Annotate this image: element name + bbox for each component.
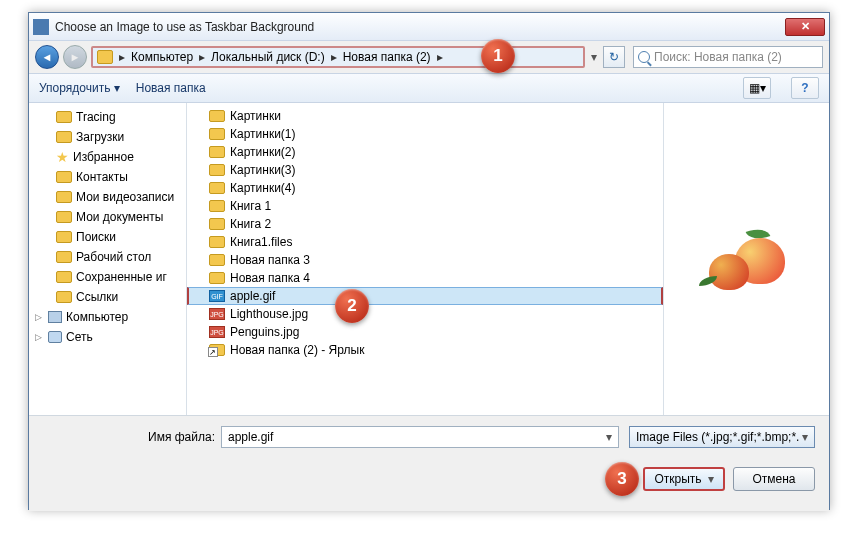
breadcrumb-segment[interactable]: Компьютер: [127, 50, 197, 64]
folder-icon: [56, 291, 72, 303]
dialog-footer: Имя файла: apple.gif▾ Image Files (*.jpg…: [29, 415, 829, 511]
file-name: Картинки(2): [230, 145, 296, 159]
file-name: Картинки(4): [230, 181, 296, 195]
folder-icon: [209, 164, 225, 176]
open-button[interactable]: Открыть ▾: [643, 467, 725, 491]
cancel-button[interactable]: Отмена: [733, 467, 815, 491]
tree-item-label: Избранное: [73, 150, 134, 164]
folder-icon: [56, 191, 72, 203]
breadcrumb-separator: ▸: [117, 50, 127, 64]
nav-row: ◄ ► ▸ Компьютер ▸ Локальный диск (D:) ▸ …: [29, 41, 829, 73]
file-name: Новая папка 3: [230, 253, 310, 267]
file-item[interactable]: Картинки(2): [187, 143, 663, 161]
file-item[interactable]: Книга 2: [187, 215, 663, 233]
file-name: Penguins.jpg: [230, 325, 299, 339]
jpg-file-icon: JPG: [209, 326, 225, 338]
folder-icon: [56, 111, 72, 123]
content-area: TracingЗагрузки★ИзбранноеКонтактыМои вид…: [29, 103, 829, 415]
tree-item-label: Мои документы: [76, 210, 163, 224]
search-icon: [638, 51, 650, 63]
expand-icon[interactable]: ▷: [35, 332, 44, 342]
filetype-filter[interactable]: Image Files (*.jpg;*.gif;*.bmp;*.▾: [629, 426, 815, 448]
tree-item-label: Поиски: [76, 230, 116, 244]
folder-icon: [56, 131, 72, 143]
tree-item[interactable]: Рабочий стол: [29, 247, 186, 267]
filename-input[interactable]: apple.gif▾: [221, 426, 619, 448]
folder-icon: [56, 171, 72, 183]
search-placeholder: Поиск: Новая папка (2): [654, 50, 782, 64]
file-name: apple.gif: [230, 289, 275, 303]
file-item[interactable]: Новая папка (2) - Ярлык: [187, 341, 663, 359]
file-item[interactable]: Книга1.files: [187, 233, 663, 251]
view-mode-button[interactable]: ▦▾: [743, 77, 771, 99]
file-item[interactable]: JPGLighthouse.jpg: [187, 305, 663, 323]
gif-file-icon: GIF: [209, 290, 225, 302]
nav-back-button[interactable]: ◄: [35, 45, 59, 69]
file-item[interactable]: Картинки: [187, 107, 663, 125]
folder-icon: [209, 128, 225, 140]
close-button[interactable]: ✕: [785, 18, 825, 36]
app-icon: [33, 19, 49, 35]
tree-item-label: Мои видеозаписи: [76, 190, 174, 204]
folder-icon: [209, 200, 225, 212]
new-folder-button[interactable]: Новая папка: [136, 81, 206, 95]
file-name: Картинки: [230, 109, 281, 123]
file-item[interactable]: Картинки(4): [187, 179, 663, 197]
breadcrumb-segment[interactable]: Локальный диск (D:): [207, 50, 329, 64]
tree-item[interactable]: Ссылки: [29, 287, 186, 307]
tree-item[interactable]: Tracing: [29, 107, 186, 127]
refresh-button[interactable]: ↻: [603, 46, 625, 68]
tree-item[interactable]: Загрузки: [29, 127, 186, 147]
file-name: Новая папка (2) - Ярлык: [230, 343, 364, 357]
breadcrumb-separator: ▸: [197, 50, 207, 64]
tree-item-label: Загрузки: [76, 130, 124, 144]
tree-item[interactable]: ▷Сеть: [29, 327, 186, 347]
file-name: Картинки(3): [230, 163, 296, 177]
nav-forward-button[interactable]: ►: [63, 45, 87, 69]
shortcut-icon: [209, 344, 225, 356]
folder-icon: [56, 211, 72, 223]
tree-item[interactable]: Сохраненные иг: [29, 267, 186, 287]
folder-icon: [209, 272, 225, 284]
folder-icon: [56, 251, 72, 263]
file-name: Картинки(1): [230, 127, 296, 141]
tree-item[interactable]: Мои видеозаписи: [29, 187, 186, 207]
dropdown-arrow-icon[interactable]: ▾: [589, 50, 599, 64]
file-item[interactable]: Новая папка 4: [187, 269, 663, 287]
annotation-badge-2: 2: [335, 289, 369, 323]
folder-icon: [209, 110, 225, 122]
file-name: Новая папка 4: [230, 271, 310, 285]
file-item[interactable]: Книга 1: [187, 197, 663, 215]
folder-icon: [209, 182, 225, 194]
organize-button[interactable]: Упорядочить ▾: [39, 81, 120, 95]
file-name: Книга 2: [230, 217, 271, 231]
search-input[interactable]: Поиск: Новая папка (2): [633, 46, 823, 68]
preview-pane: [663, 103, 829, 415]
file-item[interactable]: GIFapple.gif: [187, 287, 663, 305]
tree-item[interactable]: ▷Компьютер: [29, 307, 186, 327]
tree-item[interactable]: Контакты: [29, 167, 186, 187]
tree-item-label: Tracing: [76, 110, 116, 124]
help-button[interactable]: ?: [791, 77, 819, 99]
tree-item-label: Компьютер: [66, 310, 128, 324]
folder-icon: [209, 254, 225, 266]
file-item[interactable]: JPGPenguins.jpg: [187, 323, 663, 341]
file-item[interactable]: Картинки(1): [187, 125, 663, 143]
file-item[interactable]: Новая папка 3: [187, 251, 663, 269]
expand-icon[interactable]: ▷: [35, 312, 44, 322]
file-item[interactable]: Картинки(3): [187, 161, 663, 179]
file-list[interactable]: 2 КартинкиКартинки(1)Картинки(2)Картинки…: [187, 103, 663, 415]
file-open-dialog: Choose an Image to use as Taskbar Backgr…: [28, 12, 830, 510]
tree-item[interactable]: ★Избранное: [29, 147, 186, 167]
nav-tree[interactable]: TracingЗагрузки★ИзбранноеКонтактыМои вид…: [29, 103, 187, 415]
tree-item-label: Ссылки: [76, 290, 118, 304]
computer-icon: [48, 311, 62, 323]
tree-item-label: Контакты: [76, 170, 128, 184]
tree-item[interactable]: Мои документы: [29, 207, 186, 227]
favorites-icon: ★: [56, 149, 69, 165]
network-icon: [48, 331, 62, 343]
toolbar: Упорядочить ▾ Новая папка ▦▾ ?: [29, 73, 829, 103]
breadcrumb-segment[interactable]: Новая папка (2): [339, 50, 435, 64]
tree-item[interactable]: Поиски: [29, 227, 186, 247]
annotation-badge-1: 1: [481, 39, 515, 73]
